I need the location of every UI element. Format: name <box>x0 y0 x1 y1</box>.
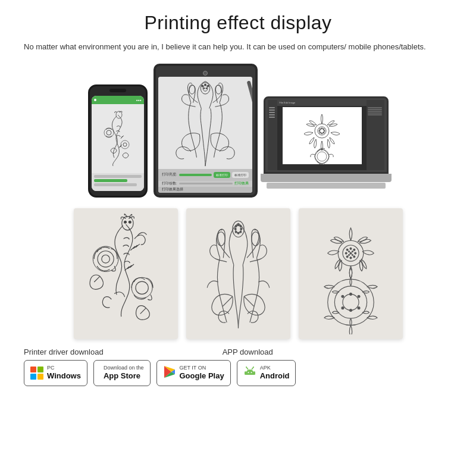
svg-point-80 <box>248 372 249 373</box>
googleplay-main: Google Play <box>180 371 224 381</box>
tablet-bottom-bar: 打印亮度: 标准打印 标准打印 <box>158 169 252 181</box>
svg-point-33 <box>135 281 148 294</box>
tablet-lotus-svg <box>167 77 244 169</box>
svg-point-28 <box>124 221 126 223</box>
googleplay-sub: GET IT ON <box>180 365 206 371</box>
prints-row <box>24 208 452 339</box>
laptop-keyboard <box>267 183 386 189</box>
svg-point-40 <box>239 231 241 233</box>
ps-toolbar <box>268 100 277 170</box>
svg-point-16 <box>320 129 321 130</box>
download-labels-row: Printer driver download APP download <box>24 347 452 356</box>
svg-point-36 <box>235 226 237 227</box>
photoshop-bg: File Edit Image <box>268 100 384 170</box>
svg-point-58 <box>352 255 353 256</box>
googleplay-button[interactable]: GET IT ON Google Play <box>156 360 231 386</box>
ps-panel-right <box>367 100 384 170</box>
svg-point-26 <box>121 217 133 230</box>
print-sunflower <box>299 208 403 339</box>
tablet-slider <box>179 174 212 176</box>
svg-point-2 <box>107 130 111 135</box>
android-sub: APK <box>260 365 271 371</box>
subtitle-text: No matter what environment you are in, I… <box>24 41 452 53</box>
svg-rect-74 <box>245 371 246 375</box>
android-main: Android <box>260 371 290 381</box>
appstore-btn-text: Download on the App Store <box>104 365 144 380</box>
laptop-device: File Edit Image <box>264 96 389 198</box>
status-dot <box>94 99 96 101</box>
svg-point-10 <box>206 87 207 89</box>
laptop-screen-inner: File Edit Image <box>268 100 384 170</box>
svg-rect-75 <box>253 371 255 375</box>
svg-point-67 <box>349 309 352 312</box>
devices-row: ●●● <box>24 64 452 198</box>
svg-point-51 <box>354 252 356 254</box>
phone-dragon-svg <box>100 109 136 168</box>
svg-point-54 <box>346 256 348 258</box>
svg-point-60 <box>350 252 352 254</box>
svg-point-62 <box>334 286 367 318</box>
svg-point-81 <box>250 372 252 373</box>
ps-sunflower-svg <box>295 106 349 165</box>
svg-point-69 <box>342 295 344 298</box>
windows-main: Windows <box>47 371 81 381</box>
svg-point-30 <box>98 251 114 267</box>
tablet-screen-content <box>158 77 252 169</box>
phone-status-bar: ●●● <box>92 96 144 104</box>
ps-canvas <box>283 107 362 164</box>
android-btn-text: APK Android <box>260 365 290 380</box>
ps-menubar: File Edit Image <box>277 100 367 106</box>
phone-content <box>92 104 144 173</box>
appstore-main: App Store <box>104 371 140 381</box>
laptop-screen-housing: File Edit Image <box>264 96 389 174</box>
svg-point-22 <box>320 132 321 133</box>
svg-point-37 <box>237 224 239 226</box>
svg-point-79 <box>253 367 254 368</box>
svg-point-17 <box>321 128 322 129</box>
print-dragon-svg <box>80 212 172 334</box>
windows-sub: PC <box>47 365 55 371</box>
svg-point-31 <box>101 255 109 264</box>
svg-point-1 <box>104 128 114 137</box>
android-icon <box>243 365 256 381</box>
svg-point-49 <box>350 248 352 249</box>
svg-point-41 <box>237 232 239 234</box>
svg-point-48 <box>346 249 348 250</box>
print-sunflower-svg <box>305 212 397 334</box>
svg-point-4 <box>123 143 127 146</box>
svg-point-20 <box>323 132 324 133</box>
svg-point-53 <box>350 257 352 259</box>
appstore-button[interactable]: Download on the App Store <box>93 360 151 386</box>
windows-btn-text: PC Windows <box>47 365 81 380</box>
svg-point-43 <box>234 228 236 230</box>
svg-point-11 <box>203 87 205 89</box>
tablet-screen: 打印亮度: 标准打印 标准打印 打印份数: 打印效果 打印效果选择 <box>158 77 252 193</box>
printer-driver-label: Printer driver download <box>24 347 104 356</box>
svg-point-12 <box>189 84 195 94</box>
print-lotus-svg <box>192 212 284 334</box>
svg-point-19 <box>324 130 325 131</box>
tablet-btn2: 标准打印 <box>232 172 249 178</box>
svg-point-9 <box>207 85 209 87</box>
svg-point-50 <box>353 249 355 250</box>
windows-icon <box>30 367 43 380</box>
svg-point-52 <box>353 256 355 258</box>
android-button[interactable]: APK Android <box>237 360 296 386</box>
print-lotus <box>186 208 290 339</box>
googleplay-icon <box>163 365 176 381</box>
svg-point-8 <box>205 84 206 86</box>
svg-point-7 <box>202 85 203 87</box>
svg-point-38 <box>239 226 241 227</box>
tablet-device: 打印亮度: 标准打印 标准打印 打印份数: 打印效果 打印效果选择 <box>154 64 258 198</box>
svg-point-68 <box>342 307 344 309</box>
googleplay-btn-text: GET IT ON Google Play <box>180 365 224 380</box>
svg-point-42 <box>235 231 237 233</box>
svg-point-13 <box>215 84 221 94</box>
windows-button[interactable]: PC Windows <box>24 360 87 386</box>
laptop-base <box>261 174 392 182</box>
appstore-sub: Download on the <box>104 365 144 371</box>
svg-point-55 <box>345 252 347 254</box>
print-dragon <box>74 208 178 339</box>
svg-point-56 <box>348 251 349 252</box>
svg-point-57 <box>352 251 353 252</box>
